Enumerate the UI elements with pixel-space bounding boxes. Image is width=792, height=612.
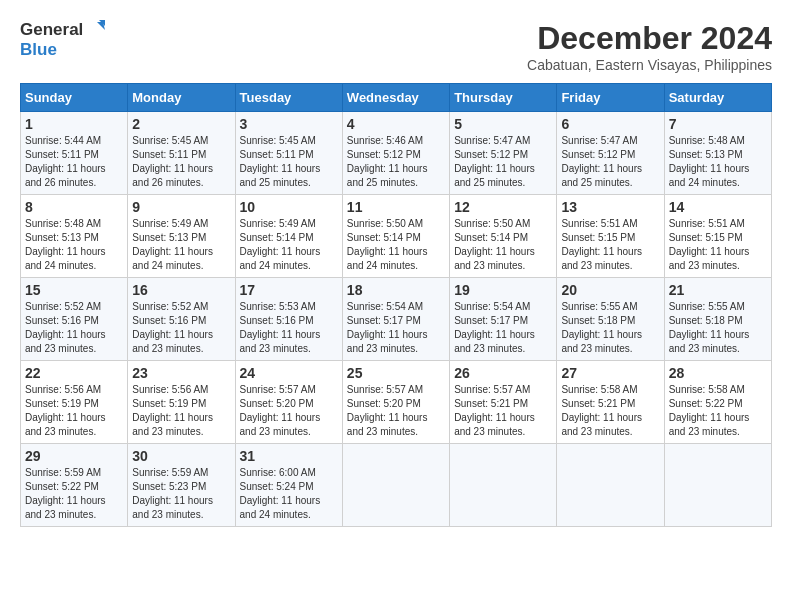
header-sunday: Sunday xyxy=(21,84,128,112)
table-row: 12Sunrise: 5:50 AMSunset: 5:14 PMDayligh… xyxy=(450,195,557,278)
header-row: Sunday Monday Tuesday Wednesday Thursday… xyxy=(21,84,772,112)
table-row: 25Sunrise: 5:57 AMSunset: 5:20 PMDayligh… xyxy=(342,361,449,444)
table-row: 21Sunrise: 5:55 AMSunset: 5:18 PMDayligh… xyxy=(664,278,771,361)
table-row: 16Sunrise: 5:52 AMSunset: 5:16 PMDayligh… xyxy=(128,278,235,361)
table-row xyxy=(450,444,557,527)
table-row xyxy=(557,444,664,527)
month-year: December 2024 xyxy=(527,20,772,57)
header-saturday: Saturday xyxy=(664,84,771,112)
table-row: 20Sunrise: 5:55 AMSunset: 5:18 PMDayligh… xyxy=(557,278,664,361)
table-row: 9Sunrise: 5:49 AMSunset: 5:13 PMDaylight… xyxy=(128,195,235,278)
table-row: 15Sunrise: 5:52 AMSunset: 5:16 PMDayligh… xyxy=(21,278,128,361)
table-row xyxy=(664,444,771,527)
table-row xyxy=(342,444,449,527)
table-row: 5Sunrise: 5:47 AMSunset: 5:12 PMDaylight… xyxy=(450,112,557,195)
table-row: 6Sunrise: 5:47 AMSunset: 5:12 PMDaylight… xyxy=(557,112,664,195)
table-row: 11Sunrise: 5:50 AMSunset: 5:14 PMDayligh… xyxy=(342,195,449,278)
location: Cabatuan, Eastern Visayas, Philippines xyxy=(527,57,772,73)
table-row: 19Sunrise: 5:54 AMSunset: 5:17 PMDayligh… xyxy=(450,278,557,361)
table-row: 18Sunrise: 5:54 AMSunset: 5:17 PMDayligh… xyxy=(342,278,449,361)
table-row: 8Sunrise: 5:48 AMSunset: 5:13 PMDaylight… xyxy=(21,195,128,278)
table-row: 13Sunrise: 5:51 AMSunset: 5:15 PMDayligh… xyxy=(557,195,664,278)
table-row: 17Sunrise: 5:53 AMSunset: 5:16 PMDayligh… xyxy=(235,278,342,361)
table-row: 31Sunrise: 6:00 AMSunset: 5:24 PMDayligh… xyxy=(235,444,342,527)
table-row: 24Sunrise: 5:57 AMSunset: 5:20 PMDayligh… xyxy=(235,361,342,444)
title-block: December 2024 Cabatuan, Eastern Visayas,… xyxy=(527,20,772,73)
table-row: 2Sunrise: 5:45 AMSunset: 5:11 PMDaylight… xyxy=(128,112,235,195)
page-header: General Blue December 2024 Cabatuan, Eas… xyxy=(20,20,772,73)
header-wednesday: Wednesday xyxy=(342,84,449,112)
table-row: 23Sunrise: 5:56 AMSunset: 5:19 PMDayligh… xyxy=(128,361,235,444)
table-row: 22Sunrise: 5:56 AMSunset: 5:19 PMDayligh… xyxy=(21,361,128,444)
table-row: 3Sunrise: 5:45 AMSunset: 5:11 PMDaylight… xyxy=(235,112,342,195)
table-row: 27Sunrise: 5:58 AMSunset: 5:21 PMDayligh… xyxy=(557,361,664,444)
header-friday: Friday xyxy=(557,84,664,112)
table-row: 10Sunrise: 5:49 AMSunset: 5:14 PMDayligh… xyxy=(235,195,342,278)
header-monday: Monday xyxy=(128,84,235,112)
table-row: 26Sunrise: 5:57 AMSunset: 5:21 PMDayligh… xyxy=(450,361,557,444)
table-row: 7Sunrise: 5:48 AMSunset: 5:13 PMDaylight… xyxy=(664,112,771,195)
header-tuesday: Tuesday xyxy=(235,84,342,112)
header-thursday: Thursday xyxy=(450,84,557,112)
table-row: 28Sunrise: 5:58 AMSunset: 5:22 PMDayligh… xyxy=(664,361,771,444)
table-row: 30Sunrise: 5:59 AMSunset: 5:23 PMDayligh… xyxy=(128,444,235,527)
table-row: 29Sunrise: 5:59 AMSunset: 5:22 PMDayligh… xyxy=(21,444,128,527)
table-row: 1Sunrise: 5:44 AMSunset: 5:11 PMDaylight… xyxy=(21,112,128,195)
table-row: 4Sunrise: 5:46 AMSunset: 5:12 PMDaylight… xyxy=(342,112,449,195)
calendar-table: Sunday Monday Tuesday Wednesday Thursday… xyxy=(20,83,772,527)
table-row: 14Sunrise: 5:51 AMSunset: 5:15 PMDayligh… xyxy=(664,195,771,278)
logo: General Blue xyxy=(20,20,105,60)
